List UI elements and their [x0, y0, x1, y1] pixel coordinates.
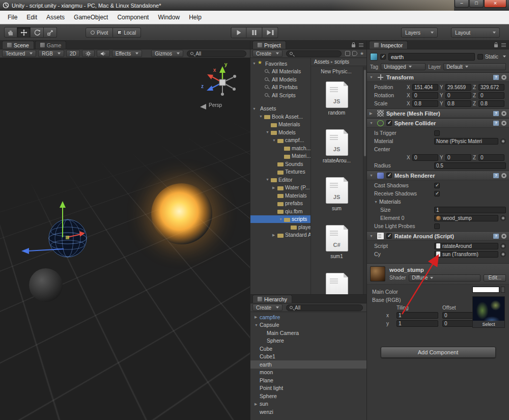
main-color-swatch[interactable]	[472, 287, 499, 293]
center-x-field[interactable]: 0	[412, 154, 438, 161]
hierarchy-item[interactable]: Main Camera	[250, 329, 366, 337]
project-tree-item[interactable]: scripts	[250, 215, 310, 223]
mesh-filter-header[interactable]: Sphere (Mesh Filter)	[367, 108, 509, 118]
gear-icon[interactable]	[501, 173, 506, 178]
rotation-z-field[interactable]: 0	[478, 92, 504, 99]
gizmo-z-arrow[interactable]	[21, 248, 29, 254]
component-enabled-checkbox[interactable]	[386, 173, 392, 178]
texture-select-button[interactable]: Select	[473, 321, 504, 327]
create-dropdown[interactable]: Create	[252, 304, 282, 311]
sphere-collider-header[interactable]: Sphere Collider	[367, 118, 509, 128]
gear-icon[interactable]	[501, 75, 506, 80]
project-scrollbar[interactable]	[363, 67, 366, 294]
object-picker-icon[interactable]	[500, 251, 506, 257]
maximize-button[interactable]	[469, 0, 484, 8]
scale-y-field[interactable]: 0.8	[445, 100, 471, 107]
project-file[interactable]: JS sum	[317, 177, 357, 225]
project-tree-item[interactable]: prefabs	[250, 200, 310, 208]
create-dropdown[interactable]: Create	[252, 50, 282, 57]
scale-tool-button[interactable]	[44, 27, 57, 38]
2d-toggle[interactable]: 2D	[66, 50, 80, 57]
transform-header[interactable]: Transform	[367, 72, 509, 82]
position-z-field[interactable]: 329.672	[478, 84, 504, 91]
hierarchy-item[interactable]: Point light	[250, 384, 366, 393]
foldout-icon[interactable]	[370, 73, 375, 81]
foldout-icon[interactable]	[272, 184, 277, 191]
active-checkbox[interactable]	[380, 54, 386, 60]
hierarchy-item[interactable]: Sphere	[250, 392, 366, 400]
persp-label[interactable]: Persp	[209, 102, 222, 108]
foldout-icon[interactable]	[254, 321, 260, 329]
foldout-icon[interactable]	[254, 400, 260, 408]
object-name-field[interactable]: earth	[388, 53, 475, 61]
help-icon[interactable]	[493, 75, 499, 80]
materials-size-field[interactable]: 1	[434, 207, 506, 213]
pause-button[interactable]	[247, 27, 263, 38]
foldout-icon[interactable]	[370, 172, 375, 179]
script-field[interactable]: ratateAround	[434, 243, 498, 249]
hierarchy-item[interactable]: Capsule	[250, 321, 366, 329]
project-file[interactable]: JS ratateArou...	[317, 129, 357, 177]
radius-field[interactable]: 0.5	[434, 162, 506, 169]
project-file[interactable]: JS random	[317, 81, 357, 129]
menu-item[interactable]: Edit	[22, 12, 42, 23]
search-by-type-icon[interactable]	[345, 51, 350, 56]
foldout-icon[interactable]	[279, 215, 284, 223]
cy-field[interactable]: sun (Transform)	[434, 251, 498, 258]
component-enabled-checkbox[interactable]	[386, 120, 392, 126]
breadcrumb-current[interactable]: scripts	[334, 59, 349, 65]
scale-x-field[interactable]: 0.8	[412, 100, 438, 107]
step-button[interactable]	[263, 27, 278, 38]
project-tree-item[interactable]: Sounds	[250, 160, 310, 168]
foldout-icon[interactable]	[254, 313, 260, 321]
hierarchy-item[interactable]: Plane	[250, 376, 366, 384]
foldout-icon[interactable]	[370, 119, 375, 127]
light-probes-checkbox[interactable]	[434, 223, 440, 229]
center-z-field[interactable]: 0	[478, 154, 504, 161]
hierarchy-item[interactable]: Sphere	[250, 337, 366, 345]
help-icon[interactable]	[493, 121, 499, 126]
receive-shadows-checkbox[interactable]	[434, 191, 440, 197]
hierarchy-item[interactable]: earth	[250, 360, 366, 369]
project-tree-item[interactable]: Water (P...	[250, 184, 310, 192]
lighting-toggle[interactable]	[82, 50, 95, 57]
scene-search-input[interactable]: All	[187, 50, 246, 57]
project-tree-item[interactable]: Materi...	[250, 152, 310, 160]
project-tree-item[interactable]: All Models	[250, 75, 310, 83]
color-picker-icon[interactable]	[501, 287, 505, 293]
breadcrumb-root[interactable]: Assets	[314, 59, 329, 65]
edit-shader-button[interactable]: Edit...	[484, 274, 506, 282]
menu-item[interactable]: Assets	[42, 12, 69, 23]
close-button[interactable]	[484, 0, 506, 8]
position-x-field[interactable]: 151.404	[412, 84, 438, 91]
rotation-y-field[interactable]: 0	[445, 92, 471, 99]
foldout-icon[interactable]	[259, 113, 264, 120]
foldout-icon[interactable]	[252, 60, 258, 67]
project-tree-item[interactable]: All Prefabs	[250, 83, 310, 92]
project-tree-item[interactable]: Textures	[250, 168, 310, 176]
gizmo-y-arrow[interactable]	[60, 201, 66, 208]
project-tree-item[interactable]: Materials	[250, 121, 310, 129]
hierarchy-item[interactable]: sun	[250, 400, 366, 408]
shader-dropdown[interactable]: Diffuse	[409, 274, 480, 282]
project-tree-item[interactable]: qiu.fbm	[250, 207, 310, 215]
materials-foldout-row[interactable]: Materials	[367, 198, 509, 206]
gear-icon[interactable]	[501, 121, 506, 126]
tag-dropdown[interactable]: Untagged	[381, 63, 426, 70]
scrolled-file-label[interactable]: New Physic...	[311, 69, 361, 74]
pivot-toggle-button[interactable]: Pivot	[86, 27, 113, 38]
project-file[interactable]: C# sum1	[317, 225, 357, 273]
tab-hierarchy[interactable]: Hierarchy	[252, 295, 292, 303]
foldout-icon[interactable]	[252, 105, 258, 113]
minimize-button[interactable]	[455, 0, 469, 8]
physic-material-field[interactable]: None (Physic Materi	[434, 138, 498, 145]
layout-dropdown[interactable]: Layout	[451, 27, 500, 38]
mesh-renderer-header[interactable]: Mesh Renderer	[367, 171, 509, 180]
scrollbar-thumb[interactable]	[364, 70, 366, 156]
gizmos-dropdown[interactable]: Gizmos	[151, 50, 183, 57]
hand-tool-button[interactable]	[4, 27, 17, 38]
component-enabled-checkbox[interactable]	[386, 233, 392, 239]
foldout-icon[interactable]	[272, 231, 277, 239]
help-icon[interactable]	[493, 173, 499, 178]
menu-item[interactable]: File	[3, 12, 22, 23]
